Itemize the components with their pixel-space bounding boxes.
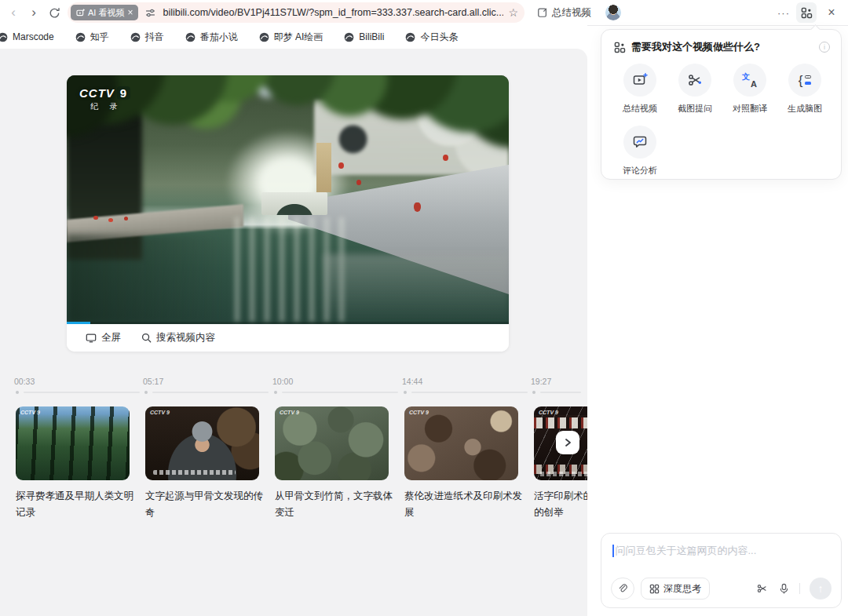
- deep-think-icon: [649, 584, 660, 594]
- action-mindmap[interactable]: { 生成脑图: [777, 64, 832, 115]
- timeline-marker[interactable]: [144, 391, 148, 394]
- more-menu-button[interactable]: ···: [777, 7, 790, 19]
- video-player[interactable]: CCTV9 纪 录: [67, 75, 509, 324]
- chapter-thumbnail-4[interactable]: CCTV 9: [404, 406, 518, 480]
- screenshot-scissors-icon[interactable]: [756, 582, 769, 595]
- panel-header: 需要我对这个视频做些什么? i: [601, 30, 841, 54]
- subtitle-strip: [540, 472, 587, 476]
- bookmark-item[interactable]: BiliBili: [344, 31, 384, 42]
- deep-think-toggle[interactable]: 深度思考: [641, 578, 710, 600]
- bookmark-star-icon[interactable]: ☆: [508, 6, 518, 19]
- chapter-title[interactable]: 蔡伦改进造纸术及印刷术发展: [404, 488, 524, 521]
- action-screenshot-ask[interactable]: 截图提问: [667, 64, 722, 115]
- action-translate[interactable]: 文 A 对照翻译: [722, 64, 777, 115]
- action-label: 对照翻译: [733, 103, 767, 115]
- globe-favicon: [259, 32, 269, 42]
- search-video-content-button[interactable]: 搜索视频内容: [141, 331, 215, 344]
- globe-favicon: [0, 32, 8, 42]
- page-edit-icon: [537, 7, 548, 18]
- video-toolbar: 全屏 搜索视频内容: [67, 324, 509, 352]
- info-icon[interactable]: i: [819, 42, 830, 53]
- ai-video-tab-close-icon[interactable]: ×: [127, 7, 133, 18]
- summarize-video-icon: [632, 72, 648, 88]
- translate-en-glyph: A: [751, 79, 757, 89]
- timeline-segment[interactable]: [152, 392, 269, 393]
- ai-video-icon: [76, 9, 85, 16]
- bookmark-item[interactable]: 番茄小说: [185, 31, 238, 44]
- subtitle-strip: [153, 470, 236, 475]
- user-avatar[interactable]: [605, 5, 621, 20]
- fullscreen-label: 全屏: [101, 331, 121, 344]
- close-sidebar-button[interactable]: ×: [823, 5, 840, 20]
- bookmark-label: 即梦 AI绘画: [274, 31, 323, 44]
- summarize-video-button[interactable]: 总结视频: [537, 6, 591, 20]
- action-circle: [623, 126, 656, 159]
- thumb-watermark: CCTV 9: [150, 410, 170, 416]
- bookmark-item[interactable]: Marscode: [0, 31, 54, 42]
- action-label: 总结视频: [623, 103, 657, 115]
- scene-tree-canopy: [67, 75, 509, 200]
- tune-icon[interactable]: [144, 7, 156, 19]
- timeline-marker[interactable]: [274, 391, 277, 394]
- browser-toolbar: ‹ › AI 看视频 ×: [0, 0, 848, 25]
- fullscreen-button[interactable]: 全屏: [86, 331, 121, 344]
- attach-button[interactable]: [611, 578, 634, 600]
- mindmap-icon: {: [799, 74, 812, 87]
- back-button[interactable]: ‹: [3, 2, 24, 23]
- doubao-extension-button[interactable]: [796, 2, 817, 23]
- globe-favicon: [185, 32, 196, 42]
- microphone-icon[interactable]: [778, 582, 790, 595]
- browser-window: ‹ › AI 看视频 ×: [0, 0, 848, 616]
- chapter-thumbnail-3[interactable]: CCTV 9: [275, 406, 389, 480]
- bookmark-item[interactable]: 知乎: [75, 31, 109, 44]
- timeline-segment[interactable]: [282, 392, 398, 393]
- globe-favicon: [344, 32, 354, 42]
- ai-video-tab-chip[interactable]: AI 看视频 ×: [71, 5, 138, 20]
- timeline-marker[interactable]: [532, 391, 535, 394]
- timeline-marker[interactable]: [404, 391, 407, 394]
- chapter-title[interactable]: 文字起源与甲骨文发现的传奇: [145, 488, 265, 521]
- bookmark-item[interactable]: 即梦 AI绘画: [259, 31, 323, 44]
- bookmarks-bar: Marscode 知乎 抖音 番茄小说 即梦 AI绘画 BiliBili: [0, 25, 587, 49]
- thumb-watermark: CCTV 9: [20, 410, 40, 416]
- timeline-segment[interactable]: [24, 392, 140, 393]
- bookmark-item[interactable]: 今日头条: [405, 31, 458, 44]
- action-comment-analysis[interactable]: 评论分析: [612, 126, 667, 177]
- next-chapters-button[interactable]: [556, 431, 579, 454]
- ai-video-tab-label: AI 看视频: [88, 7, 124, 19]
- scene-dark-reflection: [67, 235, 226, 324]
- chapter-title[interactable]: 探寻费孝通及早期人类文明记录: [16, 488, 135, 521]
- search-icon: [141, 333, 152, 343]
- fullscreen-icon: [86, 333, 97, 343]
- url-text[interactable]: bilibili.com/video/BV1Pj411S7LW/?spm_id_…: [163, 7, 503, 18]
- ai-actions-panel: 需要我对这个视频做些什么? i 总结视频: [601, 29, 842, 180]
- timeline-segment[interactable]: [411, 392, 528, 393]
- input-placeholder: 问问豆包关于这篇网页的内容...: [616, 544, 757, 558]
- red-pouch: [414, 202, 421, 212]
- scissors-icon: [687, 72, 703, 88]
- chapter-thumbnail-2[interactable]: CCTV 9: [145, 406, 259, 480]
- chapter-title[interactable]: 活字印刷术的 的创举: [534, 488, 587, 521]
- reload-button[interactable]: [44, 2, 64, 23]
- timeline-marker[interactable]: [16, 391, 19, 394]
- action-summarize-video[interactable]: 总结视频: [612, 64, 667, 115]
- red-lantern: [443, 155, 448, 161]
- send-button[interactable]: ↑: [810, 578, 832, 600]
- timeline-segment[interactable]: [540, 392, 581, 393]
- ai-video-content: CCTV9 纪 录 全屏: [0, 49, 587, 616]
- bookmark-label: 番茄小说: [200, 31, 238, 44]
- bookmark-label: BiliBili: [359, 31, 384, 42]
- bookmark-item[interactable]: 抖音: [130, 31, 164, 44]
- divider: [799, 583, 800, 594]
- chapter-title[interactable]: 从甲骨文到竹简，文字载体变迁: [275, 488, 394, 521]
- chapter-time: 10:00: [272, 377, 293, 386]
- address-bar[interactable]: AI 看视频 × bilibili.com/video/BV1Pj411S7LW…: [68, 2, 525, 23]
- action-label: 截图提问: [678, 103, 712, 115]
- translate-icon: 文 A: [742, 72, 758, 88]
- chat-input-box[interactable]: 问问豆包关于这篇网页的内容... 深度思考: [601, 533, 842, 608]
- forward-button[interactable]: ›: [24, 2, 44, 23]
- chapter-thumbnail-1[interactable]: CCTV 9: [16, 406, 130, 480]
- panel-title: 需要我对这个视频做些什么?: [631, 40, 813, 54]
- comment-analysis-icon: [632, 134, 648, 150]
- bookmark-label: Marscode: [13, 31, 54, 42]
